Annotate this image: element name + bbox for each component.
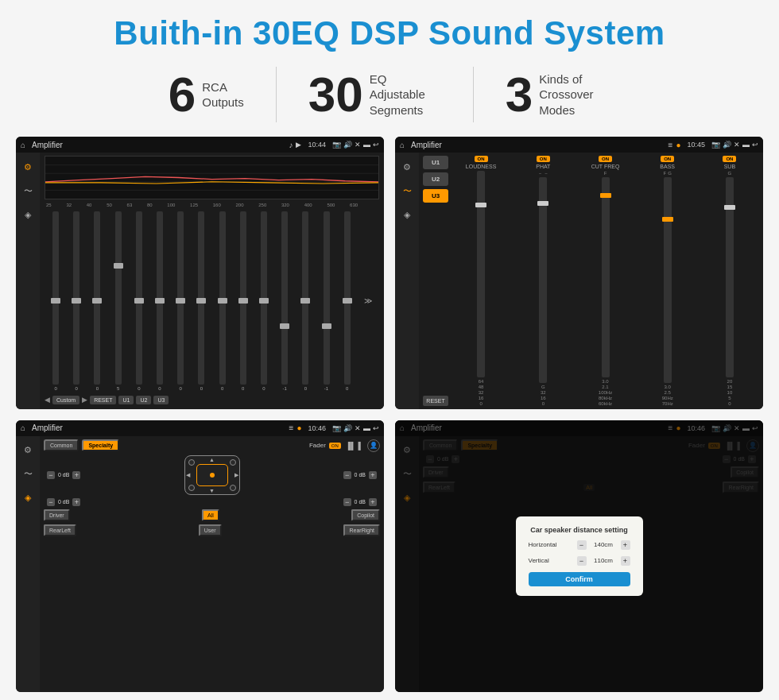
specialty-tab-btn[interactable]: Specialty [82,439,119,451]
eq-slider-4: 0 [130,211,149,391]
user-btn[interactable]: User [199,524,222,536]
status-icons-right-fader: 📷 🔊 ✕ ▬ ↩ [332,424,379,432]
home-icon-eq[interactable]: ⌂ [21,141,25,149]
u2-btn-eq[interactable]: U2 [136,396,151,404]
driver-btn[interactable]: Driver [44,509,70,521]
cutfreq-values: 3.0 2.1 100Hz 80kHz 60kHz [599,379,612,406]
db-minus-4[interactable]: − [343,498,351,506]
db-minus-1[interactable]: − [47,471,55,479]
eq-slider-14: 0 [338,211,357,391]
home-icon-fader[interactable]: ⌂ [21,423,25,432]
time-eq: 10:44 [308,141,326,149]
horizontal-minus[interactable]: − [577,540,587,550]
u3-mode-btn[interactable]: U3 [423,189,448,203]
u1-mode-btn[interactable]: U1 [423,156,448,169]
stat-cross-label: Kinds ofCrossover Modes [539,72,610,118]
eq-slider-0: 0 [46,211,65,391]
bass-on[interactable]: ON [661,156,674,162]
db-val-1: 0 dB [56,472,71,478]
vertical-label: Vertical [529,557,574,564]
dialog-overlay: Car speaker distance setting Horizontal … [395,420,763,693]
rearleft-btn[interactable]: RearLeft [44,524,76,536]
loudness-values: 64 48 32 16 0 [479,379,484,406]
stat-rca-number: 6 [169,70,196,119]
reset-cross-btn[interactable]: RESET [423,396,448,406]
center-dot [210,473,215,478]
stat-rca-label: RCAOutputs [202,79,244,110]
status-bar-eq: ⌂ Amplifier ♪ ▶ 10:44 📷 🔊 ✕ ▬ ↩ [16,137,384,153]
vertical-plus[interactable]: + [621,556,630,566]
eq-content: 25 32 40 50 63 80 100 125 160 200 250 32… [40,153,384,409]
nav-wave-cross[interactable]: 〜 [399,183,415,199]
nav-vol-fader[interactable]: ◈ [20,490,36,506]
nav-wave-icon[interactable]: 〜 [20,183,36,199]
svg-rect-0 [45,157,378,199]
eq-slider-5: 0 [150,211,169,391]
db-plus-4[interactable]: + [369,498,377,506]
nav-eq-icon[interactable]: ⚙ [20,159,36,175]
reset-btn-eq[interactable]: RESET [90,396,116,404]
cutfreq-slider[interactable] [602,177,610,377]
phat-label: PHAT [536,164,550,169]
menu-icon-fader: ≡ [289,423,294,432]
db-val-4: 0 dB [353,499,367,505]
horizontal-row: Horizontal − 140cm + [529,540,630,550]
status-title-eq: Amplifier [32,141,285,149]
db-minus-2[interactable]: − [343,471,351,479]
u3-btn-eq[interactable]: U3 [153,396,169,404]
db-plus-1[interactable]: + [72,471,80,479]
camera-icon-eq: 📷 [332,141,341,149]
all-btn[interactable]: All [202,509,219,521]
screen-fader: ⌂ Amplifier ≡ ● 10:46 📷 🔊 ✕ ▬ ↩ ⚙ 〜 ◈ [16,420,384,693]
eq-slider-1: 0 [67,211,86,391]
db-plus-2[interactable]: + [369,471,377,479]
u1-btn-eq[interactable]: U1 [118,396,134,404]
db-group-4: − 0 dB + [343,498,377,506]
db-top-row: − 0 dB + [44,455,380,495]
nav-vol-icon[interactable]: ◈ [20,207,36,222]
copilot-btn[interactable]: Copilot [351,509,380,521]
eq-slider-10: 0 [254,211,273,391]
cross-left: U1 U2 U3 RESET [423,156,448,406]
confirm-button[interactable]: Confirm [529,572,630,586]
sub-slider[interactable] [726,177,734,377]
db-plus-3[interactable]: + [72,498,80,506]
phat-on[interactable]: ON [537,156,550,162]
common-tab-btn[interactable]: Common [44,439,79,451]
next-arrow[interactable]: ▶ [82,396,87,404]
db-minus-3[interactable]: − [47,498,55,506]
horizontal-plus[interactable]: + [621,540,630,550]
home-icon-cross[interactable]: ⌂ [400,141,405,149]
rearright-btn[interactable]: RearRight [343,524,380,536]
loudness-on[interactable]: ON [475,156,488,162]
nav-wave-fader[interactable]: 〜 [20,466,36,482]
phat-slider[interactable] [539,177,547,383]
vertical-value: 110cm [590,557,618,564]
loudness-slider[interactable] [477,171,485,377]
speaker-rr [230,485,236,491]
back-icon-eq[interactable]: ↩ [373,141,379,149]
arrow-left: ◀ [186,472,190,478]
bass-slider[interactable] [664,177,672,383]
prev-arrow[interactable]: ◀ [45,396,50,404]
status-icons-right-cross: 📷 🔊 ✕ ▬ ↩ [711,141,758,149]
nav-eq-cross[interactable]: ⚙ [399,159,415,175]
speaker-rl [188,485,195,491]
vertical-minus[interactable]: − [577,556,587,566]
person-icon-fader: 👤 [367,439,380,452]
cross-loudness-col: ON LOUDNESS 64 48 32 16 0 [452,156,510,406]
nav-vol-cross[interactable]: ◈ [399,207,415,222]
cutfreq-on[interactable]: ON [599,156,612,162]
eq-slider-2: 0 [87,211,107,391]
nav-eq-fader[interactable]: ⚙ [20,443,36,458]
time-cross: 10:45 [687,141,705,149]
custom-btn[interactable]: Custom [52,396,79,404]
fader-top: Common Specialty Fader ON ▐▌▐ 👤 [44,439,380,452]
horizontal-value: 140cm [590,541,618,548]
horizontal-label: Horizontal [529,541,574,548]
fader-on-badge[interactable]: ON [329,443,341,449]
fader-sliders-icon: ▐▌▐ [346,442,361,450]
u2-mode-btn[interactable]: U2 [423,172,448,186]
status-icons-right-eq: 📷 🔊 ✕ ▬ ↩ [332,141,379,149]
sub-on[interactable]: ON [723,156,736,162]
